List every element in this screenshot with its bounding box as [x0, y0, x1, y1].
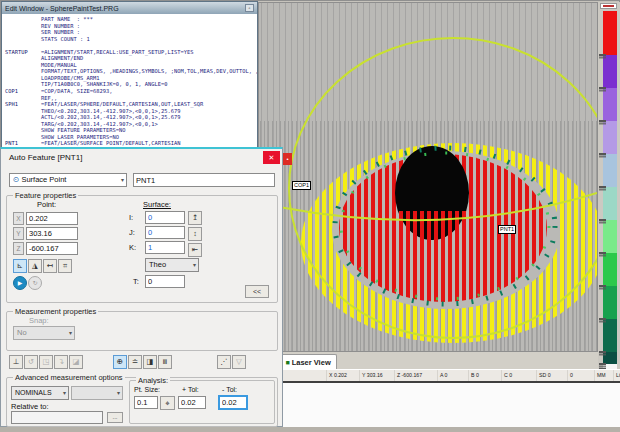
- relative-to-label: Relative to:: [11, 402, 49, 411]
- edit-window-maximize-icon[interactable]: ▫: [245, 4, 254, 12]
- surface-point-icon: ⊙: [13, 175, 19, 184]
- deviation-colorbar-panel: [598, 2, 620, 410]
- collapse-dialog-button[interactable]: <<: [245, 285, 269, 298]
- color-scale-segment: [603, 88, 617, 121]
- y-coordinate-input[interactable]: [26, 227, 78, 240]
- laser-view-icon: ■: [285, 359, 289, 366]
- t-label: T:: [133, 277, 139, 286]
- reset-icon[interactable]: ↻: [28, 276, 42, 290]
- x-axis-toggle[interactable]: X: [13, 212, 24, 225]
- bars-icon[interactable]: ⅲ: [158, 355, 172, 369]
- feature-type-select[interactable]: ⊙ Surface Point ▾: [9, 173, 127, 187]
- status-cell: Z -600.167: [394, 370, 437, 381]
- region-icon[interactable]: ◳: [39, 355, 53, 369]
- color-scale-segment: [603, 286, 617, 319]
- point-sequence-icon[interactable]: ⋰: [217, 355, 231, 369]
- minus-tol-input[interactable]: [218, 395, 248, 410]
- advanced-options-legend: Advanced measurement options: [13, 373, 125, 382]
- cop1-label: COP1: [292, 181, 311, 190]
- color-scale-bar: [603, 11, 617, 405]
- code-line: PNT1=FEAT/LASER/SURFACE POINT/DEFAULT,CA…: [5, 140, 257, 147]
- dialog-title: Auto Feature [PNT1]: [9, 153, 82, 162]
- secondary-select[interactable]: ▾: [71, 386, 123, 400]
- remeasure-icon[interactable]: ↺: [24, 355, 38, 369]
- theo-mode-select[interactable]: Theo ▾: [145, 258, 199, 272]
- pnt1-label: PNT1: [498, 225, 516, 234]
- pt-size-label: Pt. Size:: [134, 386, 160, 393]
- window-bottom-edge: [0, 427, 620, 432]
- feature-type-value: Surface Point: [21, 175, 66, 184]
- chevron-down-icon: ▾: [117, 387, 120, 399]
- status-cell: A 0: [437, 370, 468, 381]
- status-bar-cells: X 0.202Y 303.16Z -600.167A 0B 0C 0SD 00M…: [326, 370, 620, 381]
- nominals-select[interactable]: NOMINALS ▾: [11, 386, 69, 400]
- vector-from-cad-icon[interactable]: ↥: [188, 211, 202, 225]
- edit-window-titlebar[interactable]: Edit Window - SpherePaintTest.PRG ▫: [2, 2, 257, 14]
- surface-link-label[interactable]: Surface:: [143, 200, 171, 209]
- edge-offset-icon[interactable]: ◨: [143, 355, 157, 369]
- snake-path-icon[interactable]: ↴: [54, 355, 68, 369]
- point-cloud-graphic: [259, 3, 597, 351]
- pt-size-probe-icon[interactable]: ⌖: [160, 396, 175, 410]
- auto-feature-dialog: Auto Feature [PNT1] ✕ ⊙ Surface Point ▾ …: [0, 147, 283, 427]
- status-cell: C 0: [501, 370, 536, 381]
- plus-tol-input[interactable]: [178, 396, 206, 409]
- analysis-group: Analysis: Pt. Size: + Tol: - Tol: ⌖: [129, 380, 275, 424]
- nominals-value: NOMINALS: [15, 389, 52, 396]
- x-coordinate-input[interactable]: [26, 212, 78, 225]
- status-cell: MM: [594, 370, 613, 381]
- chevron-down-icon: ▾: [69, 327, 72, 339]
- color-scale-segment: [603, 154, 617, 187]
- snap-select[interactable]: No ▾: [13, 326, 75, 340]
- chevron-down-icon: ▾: [193, 259, 196, 271]
- cad-offset-icon[interactable]: ◪: [69, 355, 83, 369]
- color-scale-segment: [603, 220, 617, 253]
- i-vector-input[interactable]: [145, 211, 185, 224]
- status-cell: 0: [567, 370, 594, 381]
- code-area[interactable]: PART NAME : ***REV NUMBER :SER NUMBER :S…: [2, 14, 257, 150]
- edit-window-title: Edit Window - SpherePaintTest.PRG: [5, 5, 245, 12]
- target-snap-icon[interactable]: ⊕: [113, 355, 127, 369]
- status-cell: Line 29 Col 034: [613, 370, 620, 381]
- browse-button[interactable]: ...: [107, 412, 123, 423]
- close-icon[interactable]: ✕: [263, 151, 280, 164]
- play-row: ▶ ↻: [13, 276, 42, 290]
- theo-mode-value: Theo: [149, 260, 166, 269]
- color-scale-segment: [603, 253, 617, 286]
- grid-icon[interactable]: ⌗: [58, 259, 72, 273]
- feature-name-input[interactable]: [133, 173, 275, 187]
- measurement-properties-legend: Measurement properties: [13, 307, 98, 316]
- deviation-anchor-icon[interactable]: ⊥: [9, 355, 23, 369]
- edit-window: Edit Window - SpherePaintTest.PRG ▫ PART…: [1, 1, 258, 151]
- t-value-input[interactable]: [145, 275, 185, 288]
- workplane-icon[interactable]: ⊾: [13, 259, 27, 273]
- y-axis-toggle[interactable]: Y: [13, 227, 24, 240]
- k-vector-input[interactable]: [145, 241, 185, 254]
- normal-vector-icon[interactable]: ◮: [28, 259, 42, 273]
- color-scale-segment: [603, 121, 617, 154]
- i-label: I:: [129, 213, 133, 222]
- chevron-down-icon: ▾: [121, 174, 124, 186]
- pt-size-input[interactable]: [134, 396, 158, 409]
- plus-tol-label: + Tol:: [182, 386, 199, 393]
- flip-vector-icon[interactable]: ↕: [188, 227, 202, 241]
- z-coordinate-input[interactable]: [26, 242, 78, 255]
- j-vector-input[interactable]: [145, 226, 185, 239]
- relative-to-input[interactable]: [11, 411, 103, 424]
- status-cell: X 0.202: [326, 370, 359, 381]
- view-tabstrip: w■Laser View: [258, 352, 598, 369]
- distance-icon[interactable]: ↤: [43, 259, 57, 273]
- snap-value: No: [17, 328, 27, 337]
- execute-icon[interactable]: ▶: [13, 276, 27, 290]
- color-scale-segment: [603, 55, 617, 88]
- surface-level-icon[interactable]: ≐: [128, 355, 142, 369]
- laser-view-canvas[interactable]: COP1 PNT1 •: [258, 2, 598, 352]
- chevron-down-icon: ▾: [63, 387, 66, 399]
- z-axis-toggle[interactable]: Z: [13, 242, 24, 255]
- tab-laser-view[interactable]: ■Laser View: [279, 354, 336, 369]
- filter-icon[interactable]: ▽: [232, 355, 246, 369]
- color-scale-segment: [603, 11, 617, 55]
- align-axis-icon[interactable]: ⇤: [188, 243, 202, 257]
- feature-properties-legend: Feature properties: [13, 191, 78, 200]
- feature-properties-group: Feature properties Point: X Y Z ⊾◮↤⌗ ▶ ↻…: [6, 195, 278, 303]
